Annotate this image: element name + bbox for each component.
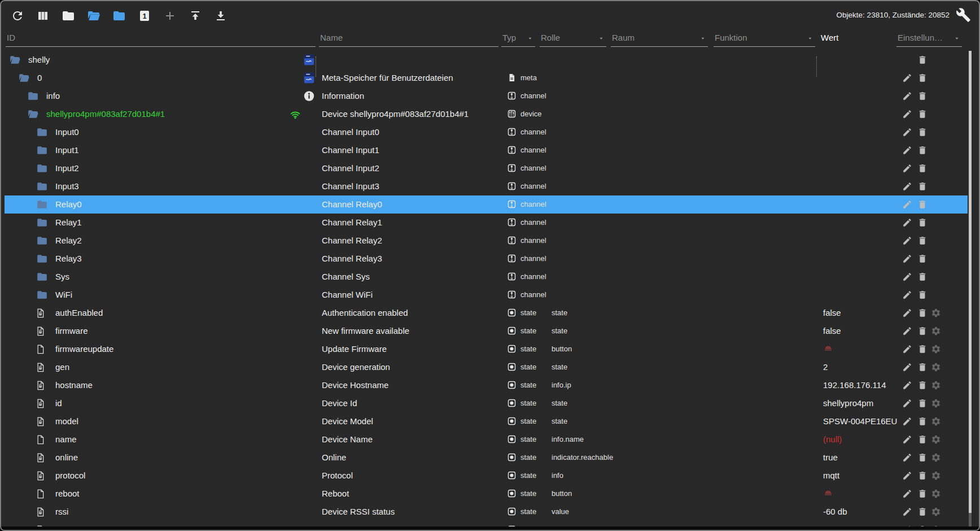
object-row[interactable]: genDevice generationstatestate2 — [5, 358, 968, 376]
chevron-down-icon[interactable] — [527, 35, 533, 42]
expand-to-level-1-icon[interactable]: 1 — [138, 9, 151, 23]
object-value[interactable]: 2 — [823, 358, 828, 376]
custom-settings-gear-icon[interactable] — [931, 362, 941, 372]
chevron-down-icon[interactable] — [598, 35, 605, 42]
edit-object-icon[interactable] — [902, 507, 912, 517]
object-row[interactable]: rebootRebootstatebutton — [5, 485, 968, 503]
state-file-readonly-icon[interactable] — [35, 398, 46, 410]
object-value[interactable]: mqtt — [823, 467, 839, 485]
columns-icon[interactable] — [36, 9, 50, 23]
custom-settings-gear-icon[interactable] — [931, 507, 941, 517]
edit-object-icon[interactable] — [902, 489, 912, 499]
folder-open-icon[interactable] — [26, 108, 40, 120]
object-value[interactable]: 192.168.176.114 — [823, 376, 886, 394]
object-row[interactable]: firmwareNew firmware availablestatestate… — [5, 322, 968, 340]
delete-object-icon[interactable] — [917, 272, 928, 282]
upload-objects-icon[interactable] — [189, 9, 202, 23]
delete-object-icon[interactable] — [917, 145, 928, 155]
state-file-icon[interactable] — [35, 343, 46, 355]
filter-type-select[interactable]: Typ — [501, 28, 535, 47]
delete-object-icon[interactable] — [917, 416, 928, 426]
vertical-scrollbar[interactable] — [969, 51, 972, 526]
object-row[interactable]: infoInformationchannel — [5, 87, 968, 105]
collapse-folder-icon[interactable] — [112, 9, 126, 23]
filter-function-select[interactable]: Funktion — [714, 28, 815, 47]
object-value[interactable]: false — [823, 304, 841, 322]
state-file-icon[interactable] — [35, 434, 46, 446]
object-row[interactable]: Input2Channel Input2channel — [5, 159, 968, 177]
delete-object-icon[interactable] — [917, 199, 928, 210]
folder-icon[interactable] — [35, 145, 49, 156]
edit-object-icon[interactable] — [902, 362, 912, 372]
delete-object-icon[interactable] — [917, 344, 928, 354]
delete-object-icon[interactable] — [917, 73, 928, 83]
press-button-value-icon[interactable] — [823, 344, 833, 354]
object-row[interactable]: Relay2Channel Relay2channel — [5, 232, 968, 250]
delete-object-icon[interactable] — [917, 326, 928, 336]
object-value[interactable]: false — [823, 322, 841, 340]
edit-object-icon[interactable] — [902, 145, 912, 155]
edit-object-icon[interactable] — [902, 217, 912, 228]
state-file-readonly-icon[interactable] — [35, 325, 46, 337]
object-value[interactable]: shellypro4pm — [823, 394, 873, 412]
filter-role-select[interactable]: Rolle — [540, 28, 606, 47]
edit-object-icon[interactable] — [902, 91, 912, 101]
scrollbar-thumb[interactable] — [969, 51, 972, 513]
object-value[interactable]: true — [823, 449, 838, 467]
chevron-down-icon[interactable] — [699, 35, 706, 42]
state-file-readonly-icon[interactable] — [35, 416, 46, 428]
folder-icon[interactable] — [35, 235, 49, 246]
edit-object-icon[interactable] — [902, 163, 912, 173]
state-file-readonly-icon[interactable] — [35, 380, 46, 391]
edit-object-icon[interactable] — [902, 398, 912, 408]
custom-settings-gear-icon[interactable] — [931, 380, 941, 390]
folder-icon[interactable] — [35, 271, 49, 282]
add-object-icon[interactable] — [163, 9, 177, 23]
delete-object-icon[interactable] — [917, 452, 928, 463]
custom-settings-gear-icon[interactable] — [931, 416, 941, 426]
edit-object-icon[interactable] — [902, 236, 912, 246]
folder-icon[interactable] — [35, 163, 49, 174]
download-objects-icon[interactable] — [214, 9, 228, 23]
delete-object-icon[interactable] — [917, 398, 928, 408]
delete-object-icon[interactable] — [917, 163, 928, 173]
delete-object-icon[interactable] — [917, 507, 928, 517]
delete-object-icon[interactable] — [917, 362, 928, 372]
edit-object-icon[interactable] — [902, 181, 912, 191]
delete-object-icon[interactable] — [917, 290, 928, 300]
custom-settings-gear-icon[interactable] — [931, 398, 941, 408]
object-row[interactable]: SysChannel Syschannel — [5, 268, 968, 286]
object-row[interactable]: authEnabledAuthentication enabledstatest… — [5, 304, 968, 322]
object-value[interactable]: SPSW-004PE16EU — [823, 412, 897, 430]
edit-object-icon[interactable] — [902, 109, 912, 119]
state-file-readonly-icon[interactable] — [35, 452, 46, 464]
delete-object-icon[interactable] — [917, 308, 928, 318]
object-row[interactable]: protocolProtocolstateinfomqtt — [5, 467, 968, 485]
folder-icon[interactable] — [26, 90, 40, 102]
press-button-value-icon[interactable] — [823, 489, 833, 499]
object-row[interactable]: shellypro4pm#083af27d01b4#1Device shelly… — [5, 105, 968, 123]
edit-object-icon[interactable] — [902, 127, 912, 137]
delete-object-icon[interactable] — [917, 181, 928, 191]
object-row[interactable]: Input3Channel Input3channel — [5, 177, 968, 195]
edit-object-icon[interactable] — [902, 254, 912, 264]
edit-object-icon[interactable] — [902, 416, 912, 426]
custom-settings-gear-icon[interactable] — [931, 452, 941, 463]
delete-object-icon[interactable] — [917, 489, 928, 499]
object-value[interactable]: -60 db — [823, 503, 847, 521]
object-row[interactable]: hostnameDevice Hostnamestateinfo.ip192.1… — [5, 376, 968, 394]
expand-all-folder-open-icon[interactable] — [87, 9, 100, 23]
filter-name-input[interactable]: Name — [319, 28, 498, 47]
edit-object-icon[interactable] — [902, 434, 912, 445]
object-value[interactable]: (null) — [823, 430, 842, 449]
filter-room-select[interactable]: Raum — [611, 28, 708, 47]
delete-object-icon[interactable] — [917, 236, 928, 246]
refresh-icon[interactable] — [11, 9, 24, 23]
custom-settings-gear-icon[interactable] — [931, 489, 941, 499]
delete-object-icon[interactable] — [917, 471, 928, 481]
edit-object-icon[interactable] — [902, 73, 912, 83]
object-row[interactable]: onlineOnlinestateindicator.reachabletrue — [5, 449, 968, 467]
object-row[interactable]: Input0Channel Input0channel — [5, 123, 968, 141]
edit-object-icon[interactable] — [902, 452, 912, 463]
edit-object-icon[interactable] — [902, 344, 912, 354]
